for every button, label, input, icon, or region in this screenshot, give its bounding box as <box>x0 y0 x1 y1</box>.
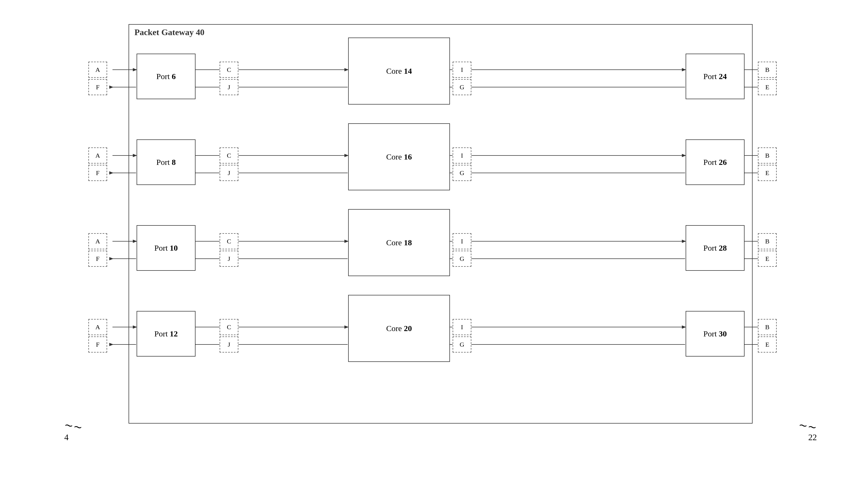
port-10-label: Port 10 <box>154 244 178 253</box>
port-12-label: Port 12 <box>154 329 178 338</box>
core-14-box: Core 14 <box>348 37 450 105</box>
sig-A-row4: A <box>88 319 107 335</box>
core-20-box: Core 20 <box>348 295 450 362</box>
sig-E-row3-label: E <box>766 255 770 262</box>
port-28-num: 28 <box>719 244 727 252</box>
core-14-num: 14 <box>404 66 412 75</box>
sig-B-row1-label: B <box>765 66 770 74</box>
port-26-box: Port 26 <box>686 139 745 185</box>
port-24-label: Port 24 <box>703 72 727 81</box>
sig-F-row2-label: F <box>96 169 99 177</box>
sig-C-row2: C <box>220 147 238 164</box>
sig-G-row4: G <box>453 336 471 352</box>
port-26-label: Port 26 <box>703 158 727 167</box>
sig-E-row1: E <box>758 79 777 95</box>
label-4: ∼∼ 4 <box>64 420 83 442</box>
gateway-title: Packet Gateway 40 <box>134 27 204 37</box>
port-8-box: Port 8 <box>136 139 195 185</box>
sig-J-row2: J <box>220 165 238 181</box>
sig-G-row3-label: G <box>460 255 464 262</box>
port-24-box: Port 24 <box>686 54 745 99</box>
sig-G-row1: G <box>453 79 471 95</box>
sig-B-row2-label: B <box>765 152 770 159</box>
core-20-label: Core 20 <box>386 324 412 333</box>
sig-A-row3: A <box>88 233 107 249</box>
sig-E-row1-label: E <box>766 84 770 91</box>
sig-A-row1-label: A <box>95 66 100 74</box>
sig-G-row2-label: G <box>460 169 464 177</box>
sig-C-row4-label: C <box>227 323 231 331</box>
sig-E-row3: E <box>758 251 777 267</box>
sig-F-row1-label: F <box>96 84 99 91</box>
port-8-label: Port 8 <box>156 158 176 167</box>
sig-I-row1-label: I <box>461 66 463 74</box>
sig-G-row1-label: G <box>460 84 464 91</box>
port-6-num: 6 <box>172 72 176 81</box>
sig-I-row1: I <box>453 62 471 78</box>
label-22: ∼∼ 22 <box>799 420 817 442</box>
sig-G-row3: G <box>453 251 471 267</box>
sig-B-row3-label: B <box>765 238 770 245</box>
sig-J-row1-label: J <box>228 84 230 91</box>
port-10-box: Port 10 <box>136 225 195 271</box>
sig-B-row4-label: B <box>765 323 770 331</box>
port-30-box: Port 30 <box>686 311 745 357</box>
sig-B-row2: B <box>758 147 777 164</box>
port-24-num: 24 <box>719 72 727 81</box>
sig-I-row3: I <box>453 233 471 249</box>
sig-J-row3: J <box>220 251 238 267</box>
sig-J-row3-label: J <box>228 255 230 262</box>
label-4-text: 4 <box>64 432 68 442</box>
sig-E-row4: E <box>758 336 777 352</box>
port-10-num: 10 <box>170 244 178 252</box>
port-12-num: 12 <box>170 329 178 338</box>
port-28-label: Port 28 <box>703 244 727 253</box>
port-8-num: 8 <box>172 158 176 167</box>
sig-A-row2: A <box>88 147 107 164</box>
port-6-box: Port 6 <box>136 54 195 99</box>
sig-F-row3-label: F <box>96 255 99 262</box>
sig-F-row1: F <box>88 79 107 95</box>
sig-F-row2: F <box>88 165 107 181</box>
core-18-box: Core 18 <box>348 209 450 276</box>
sig-C-row3: C <box>220 233 238 249</box>
sig-C-row2-label: C <box>227 152 231 159</box>
core-18-label: Core 18 <box>386 238 412 247</box>
sig-E-row4-label: E <box>766 341 770 348</box>
sig-J-row2-label: J <box>228 169 230 177</box>
sig-A-row2-label: A <box>95 152 100 159</box>
sig-I-row2: I <box>453 147 471 164</box>
sig-F-row4: F <box>88 336 107 352</box>
sig-E-row2: E <box>758 165 777 181</box>
sig-J-row1: J <box>220 79 238 95</box>
sig-C-row1-label: C <box>227 66 231 74</box>
core-16-label: Core 16 <box>386 152 412 161</box>
sig-C-row3-label: C <box>227 238 231 245</box>
sig-I-row4-label: I <box>461 323 463 331</box>
gateway-title-prefix: Packet Gateway <box>134 27 196 37</box>
sig-A-row1: A <box>88 62 107 78</box>
sig-G-row2: G <box>453 165 471 181</box>
sig-J-row4-label: J <box>228 341 230 348</box>
sig-A-row3-label: A <box>95 238 100 245</box>
sig-I-row3-label: I <box>461 238 463 245</box>
port-12-box: Port 12 <box>136 311 195 357</box>
core-16-box: Core 16 <box>348 123 450 190</box>
sig-C-row1: C <box>220 62 238 78</box>
sig-J-row4: J <box>220 336 238 352</box>
core-20-num: 20 <box>404 324 412 333</box>
port-6-label: Port 6 <box>156 72 176 81</box>
sig-B-row1: B <box>758 62 777 78</box>
core-18-num: 18 <box>404 238 412 247</box>
port-26-num: 26 <box>719 158 727 167</box>
sig-G-row4-label: G <box>460 341 464 348</box>
sig-B-row3: B <box>758 233 777 249</box>
sig-I-row2-label: I <box>461 152 463 159</box>
port-28-box: Port 28 <box>686 225 745 271</box>
sig-C-row4: C <box>220 319 238 335</box>
port-30-num: 30 <box>719 329 727 338</box>
sig-I-row4: I <box>453 319 471 335</box>
sig-F-row3: F <box>88 251 107 267</box>
sig-F-row4-label: F <box>96 341 99 348</box>
gateway-title-num: 40 <box>196 27 204 37</box>
